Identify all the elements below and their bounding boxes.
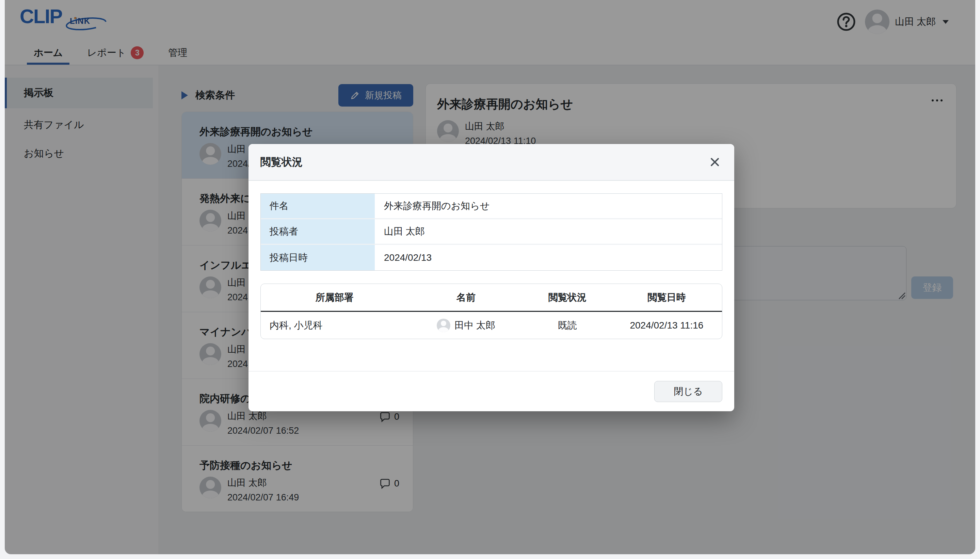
app-window: CLIP LiNK 山田 太郎 — [5, 0, 975, 554]
table-row: 内科, 小児科 田中 太郎 既読 2024/02/13 11:16 — [261, 312, 722, 339]
info-value: 山田 太郎 — [375, 219, 722, 244]
view-status-modal: 閲覧状況 件名 外来診療再開のお知らせ 投稿者 山田 太郎 投稿日時 2024/… — [248, 144, 734, 411]
info-value: 2024/02/13 — [375, 245, 722, 270]
read-status-table: 所属部署 名前 閲覧状況 閲覧日時 内科, 小児科 田中 太郎 既読 2024/… — [260, 284, 722, 339]
close-icon — [709, 157, 720, 167]
modal-title: 閲覧状況 — [260, 155, 302, 169]
modal-footer: 閉じる — [248, 371, 734, 411]
reader-name: 田中 太郎 — [454, 319, 495, 332]
info-row: 件名 外来診療再開のお知らせ — [261, 194, 722, 219]
reader-avatar — [437, 319, 450, 332]
cell-status: 既読 — [524, 319, 611, 332]
info-row: 投稿日時 2024/02/13 — [261, 245, 722, 270]
info-label: 投稿日時 — [261, 245, 375, 270]
cell-datetime: 2024/02/13 11:16 — [611, 320, 722, 331]
column-header-name: 名前 — [408, 291, 524, 304]
close-modal-button[interactable]: 閉じる — [654, 381, 722, 402]
modal-close-button[interactable] — [706, 153, 724, 171]
info-label: 投稿者 — [261, 219, 375, 244]
column-header-status: 閲覧状況 — [524, 291, 611, 304]
table-header-row: 所属部署 名前 閲覧状況 閲覧日時 — [261, 284, 722, 312]
cell-department: 内科, 小児科 — [261, 319, 408, 332]
info-row: 投稿者 山田 太郎 — [261, 219, 722, 245]
column-header-department: 所属部署 — [261, 291, 408, 304]
modal-header: 閲覧状況 — [248, 144, 734, 181]
info-value: 外来診療再開のお知らせ — [375, 194, 722, 218]
column-header-datetime: 閲覧日時 — [611, 291, 722, 304]
cell-name: 田中 太郎 — [408, 319, 524, 332]
post-info-table: 件名 外来診療再開のお知らせ 投稿者 山田 太郎 投稿日時 2024/02/13 — [260, 194, 722, 271]
info-label: 件名 — [261, 194, 375, 218]
